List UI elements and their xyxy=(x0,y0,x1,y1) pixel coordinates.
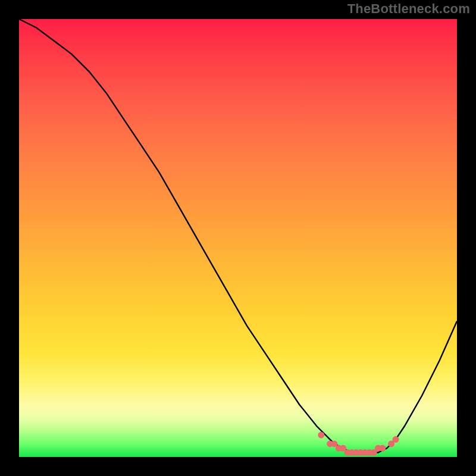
curve-path xyxy=(19,19,457,453)
marker-dot xyxy=(318,432,324,439)
plot-area xyxy=(19,19,457,457)
watermark-label: TheBottleneck.com xyxy=(347,1,470,17)
marker-dot xyxy=(393,436,399,443)
bottleneck-curve-line xyxy=(19,19,457,453)
chart-svg xyxy=(19,19,457,457)
optimal-band-markers xyxy=(318,432,399,456)
chart-frame: TheBottleneck.com xyxy=(0,0,476,476)
marker-dot xyxy=(379,445,386,452)
